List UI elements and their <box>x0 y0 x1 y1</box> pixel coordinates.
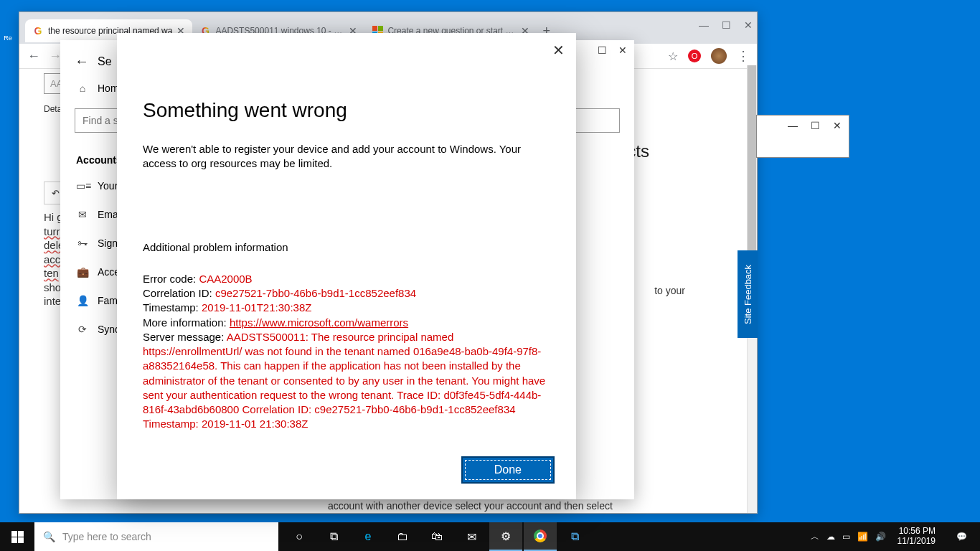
chrome-icon <box>534 529 547 542</box>
bg-min-button[interactable]: — <box>788 120 798 131</box>
server-msg-value: AADSTS500011: The resource principal nam… <box>143 331 545 430</box>
action-center-button[interactable]: 💬 <box>947 522 976 551</box>
nav-label: Accounts <box>76 154 122 166</box>
more-info-label: More information: <box>143 316 230 329</box>
bg-max-button[interactable]: ☐ <box>811 120 820 131</box>
mail-icon: ✉ <box>76 209 89 220</box>
nav-label: Fam <box>98 295 118 306</box>
desktop-icons-strip: Re <box>0 34 16 379</box>
clock-time: 10:56 PM <box>897 527 936 537</box>
yourphone-button[interactable]: ⧉ <box>558 522 591 551</box>
partial-body-2: account with another device select your … <box>328 500 613 512</box>
nav-label: Ema <box>98 209 118 220</box>
settings-title: Se <box>98 55 112 68</box>
clock-date: 11/1/2019 <box>897 537 936 547</box>
modal-subhead: Additional problem information <box>143 240 550 255</box>
person-card-icon: ▭≡ <box>76 180 89 192</box>
done-button[interactable]: Done <box>461 456 555 484</box>
system-tray: ︿ ☁ ▭ 📶 🔊 10:56 PM 11/1/2019 💬 <box>811 522 980 551</box>
settings-close-button[interactable]: ✕ <box>618 44 627 56</box>
more-info-link[interactable]: https://www.microsoft.com/wamerrors <box>230 316 408 329</box>
modal-close-button[interactable]: ✕ <box>552 42 565 59</box>
store-button[interactable]: 🛍 <box>420 522 453 551</box>
settings-back-button[interactable]: ← <box>75 53 89 70</box>
server-msg-label: Server message: <box>143 331 227 343</box>
background-window: — ☐ ✕ <box>756 115 849 158</box>
chrome-taskbar-button[interactable] <box>524 522 557 551</box>
taskbar-apps: ○ ⧉ e 🗀 🛍 ✉ ⚙ ⧉ <box>283 522 591 551</box>
battery-icon[interactable]: ▭ <box>842 532 850 542</box>
correlation-id-value: c9e27521-7bb0-46b6-b9d1-1cc852eef834 <box>215 287 416 299</box>
key-icon: 🗝 <box>76 237 89 249</box>
correlation-id-label: Correlation ID: <box>143 287 215 299</box>
modal-title: Something went wrong <box>143 99 550 122</box>
search-placeholder: Type here to search <box>62 531 151 542</box>
home-icon: ⌂ <box>76 83 89 94</box>
timestamp-value: 2019-11-01T21:30:38Z <box>202 301 311 314</box>
tray-overflow-button[interactable]: ︿ <box>811 531 819 543</box>
error-code-value: CAA2000B <box>199 273 252 285</box>
task-view-button[interactable]: ⧉ <box>317 522 350 551</box>
edge-button[interactable]: e <box>352 522 385 551</box>
error-code-label: Error code: <box>143 273 199 285</box>
volume-icon[interactable]: 🔊 <box>875 532 886 542</box>
modal-body: We weren't able to register your device … <box>143 142 550 171</box>
error-modal: ✕ Something went wrong We weren't able t… <box>117 33 576 499</box>
settings-button[interactable]: ⚙ <box>489 522 522 551</box>
settings-maximize-button[interactable]: ☐ <box>598 44 607 56</box>
mail-button[interactable]: ✉ <box>455 522 488 551</box>
onedrive-icon[interactable]: ☁ <box>826 532 835 542</box>
nav-label: Hom <box>98 83 119 94</box>
timestamp-label: Timestamp: <box>143 301 202 314</box>
windows-logo-icon <box>11 531 24 543</box>
taskbar-search[interactable]: 🔍 Type here to search <box>34 522 278 551</box>
briefcase-icon: 💼 <box>76 266 89 278</box>
partial-body: to your <box>654 285 685 296</box>
search-icon: 🔍 <box>43 531 55 542</box>
nav-label: Sign <box>98 237 118 249</box>
bg-close-button[interactable]: ✕ <box>833 120 842 131</box>
desktop-recycle-label: Re <box>0 34 16 42</box>
nav-label: Your <box>98 180 118 192</box>
start-button[interactable] <box>0 522 34 551</box>
sync-icon: ⟳ <box>76 324 89 335</box>
cortana-button[interactable]: ○ <box>283 522 316 551</box>
taskbar: 🔍 Type here to search ○ ⧉ e 🗀 🛍 ✉ ⚙ ⧉ ︿ … <box>0 522 980 551</box>
people-icon: 👤 <box>76 295 89 306</box>
file-explorer-button[interactable]: 🗀 <box>386 522 419 551</box>
taskbar-clock[interactable]: 10:56 PM 11/1/2019 <box>893 527 940 547</box>
modal-details: Error code: CAA2000B Correlation ID: c9e… <box>143 272 550 432</box>
wifi-icon[interactable]: 📶 <box>857 532 868 542</box>
